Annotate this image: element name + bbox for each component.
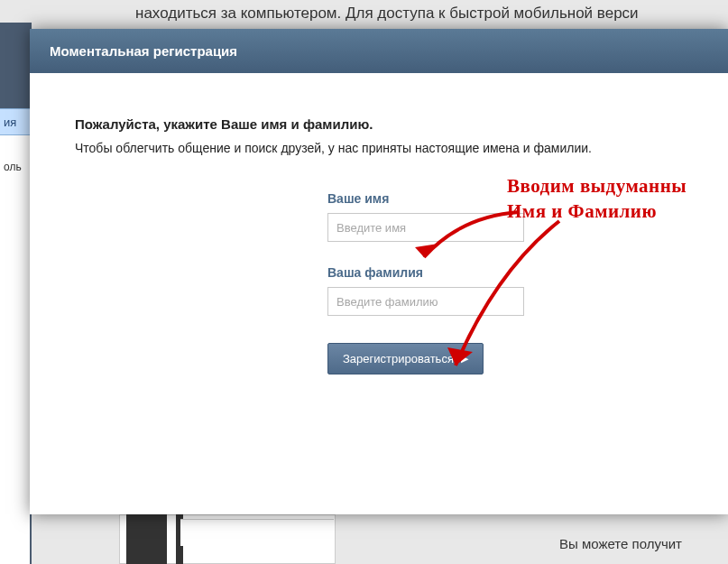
background-tab: ия: [0, 108, 30, 135]
prompt-subtitle: Чтобы облегчить общение и поиск друзей, …: [75, 141, 683, 155]
background-white: [0, 135, 30, 564]
background-dark-box: [126, 514, 167, 564]
modal-title: Моментальная регистрация: [30, 29, 728, 73]
background-label: оль: [4, 161, 22, 173]
register-button[interactable]: Зарегистрироваться ▶: [327, 343, 484, 374]
annotation-line-1: Вводим выдуманны: [507, 173, 687, 199]
annotation-text: Вводим выдуманны Имя и Фамилию: [507, 173, 687, 225]
background-bottom-text: Вы можете получит: [559, 536, 682, 551]
register-button-label: Зарегистрироваться: [343, 352, 454, 365]
annotation-line-2: Имя и Фамилию: [507, 199, 687, 224]
registration-modal: Моментальная регистрация Пожалуйста, ука…: [30, 29, 728, 514]
last-name-input[interactable]: [327, 287, 524, 316]
first-name-input[interactable]: [327, 213, 524, 242]
last-name-label: Ваша фамилия: [327, 265, 544, 280]
prompt-title: Пожалуйста, укажите Ваше имя и фамилию.: [75, 116, 683, 132]
background-box-inner: [180, 519, 334, 546]
background-text-top: находиться за компьютером. Для доступа к…: [135, 5, 639, 23]
modal-body: Пожалуйста, укажите Ваше имя и фамилию. …: [30, 73, 728, 393]
chevron-right-icon: ▶: [461, 353, 468, 365]
